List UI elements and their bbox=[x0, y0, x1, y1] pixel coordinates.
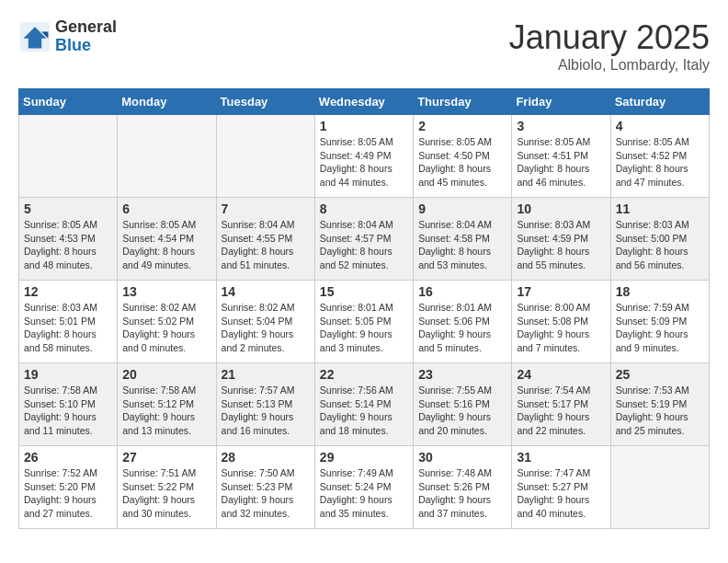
day-number: 5 bbox=[24, 201, 112, 216]
logo-general: General bbox=[55, 18, 117, 37]
title-block: January 2025 Albiolo, Lombardy, Italy bbox=[509, 18, 710, 74]
day-number: 26 bbox=[24, 450, 112, 465]
day-info: Sunrise: 7:59 AM Sunset: 5:09 PM Dayligh… bbox=[616, 301, 704, 355]
calendar-cell: 27Sunrise: 7:51 AM Sunset: 5:22 PM Dayli… bbox=[118, 446, 216, 529]
calendar-cell: 29Sunrise: 7:49 AM Sunset: 5:24 PM Dayli… bbox=[314, 446, 413, 529]
day-info: Sunrise: 8:01 AM Sunset: 5:05 PM Dayligh… bbox=[320, 301, 408, 355]
calendar-cell: 12Sunrise: 8:03 AM Sunset: 5:01 PM Dayli… bbox=[19, 281, 118, 363]
calendar-cell: 24Sunrise: 7:54 AM Sunset: 5:17 PM Dayli… bbox=[512, 363, 610, 446]
calendar-cell bbox=[610, 446, 709, 529]
calendar-week-row: 26Sunrise: 7:52 AM Sunset: 5:20 PM Dayli… bbox=[19, 446, 710, 529]
day-number: 18 bbox=[616, 284, 704, 299]
day-number: 20 bbox=[122, 367, 210, 382]
weekday-header-row: SundayMondayTuesdayWednesdayThursdayFrid… bbox=[19, 89, 710, 115]
logo-blue: Blue bbox=[55, 37, 117, 55]
calendar-cell: 13Sunrise: 8:02 AM Sunset: 5:02 PM Dayli… bbox=[118, 281, 216, 363]
calendar-cell: 23Sunrise: 7:55 AM Sunset: 5:16 PM Dayli… bbox=[414, 363, 512, 446]
day-number: 9 bbox=[418, 201, 506, 216]
day-info: Sunrise: 8:03 AM Sunset: 5:01 PM Dayligh… bbox=[24, 301, 112, 355]
weekday-header: Thursday bbox=[414, 89, 512, 115]
day-info: Sunrise: 7:53 AM Sunset: 5:19 PM Dayligh… bbox=[616, 384, 704, 438]
day-number: 12 bbox=[24, 284, 112, 299]
weekday-header: Monday bbox=[118, 89, 216, 115]
calendar-week-row: 5Sunrise: 8:05 AM Sunset: 4:53 PM Daylig… bbox=[19, 198, 710, 281]
day-number: 25 bbox=[616, 367, 704, 382]
calendar-cell: 22Sunrise: 7:56 AM Sunset: 5:14 PM Dayli… bbox=[314, 363, 413, 446]
calendar-cell: 5Sunrise: 8:05 AM Sunset: 4:53 PM Daylig… bbox=[19, 198, 118, 281]
day-number: 21 bbox=[222, 367, 310, 382]
day-number: 15 bbox=[320, 284, 408, 299]
calendar-cell: 4Sunrise: 8:05 AM Sunset: 4:52 PM Daylig… bbox=[610, 115, 709, 198]
weekday-header: Saturday bbox=[610, 89, 709, 115]
day-number: 11 bbox=[616, 201, 704, 216]
day-number: 29 bbox=[320, 450, 408, 465]
calendar-cell: 9Sunrise: 8:04 AM Sunset: 4:58 PM Daylig… bbox=[414, 198, 512, 281]
day-number: 24 bbox=[517, 367, 605, 382]
day-number: 14 bbox=[222, 284, 310, 299]
calendar-cell: 20Sunrise: 7:58 AM Sunset: 5:12 PM Dayli… bbox=[118, 363, 216, 446]
calendar-cell bbox=[118, 115, 216, 198]
day-number: 2 bbox=[418, 119, 506, 133]
day-info: Sunrise: 7:58 AM Sunset: 5:12 PM Dayligh… bbox=[122, 384, 210, 438]
day-number: 31 bbox=[517, 450, 605, 465]
day-number: 3 bbox=[517, 119, 605, 133]
day-info: Sunrise: 8:05 AM Sunset: 4:52 PM Dayligh… bbox=[616, 135, 704, 190]
day-info: Sunrise: 8:02 AM Sunset: 5:04 PM Dayligh… bbox=[222, 301, 310, 355]
calendar-week-row: 1Sunrise: 8:05 AM Sunset: 4:49 PM Daylig… bbox=[19, 115, 710, 198]
weekday-header: Tuesday bbox=[216, 89, 314, 115]
calendar-cell: 17Sunrise: 8:00 AM Sunset: 5:08 PM Dayli… bbox=[512, 281, 610, 363]
calendar-cell: 1Sunrise: 8:05 AM Sunset: 4:49 PM Daylig… bbox=[314, 115, 413, 198]
calendar-cell: 10Sunrise: 8:03 AM Sunset: 4:59 PM Dayli… bbox=[512, 198, 610, 281]
calendar-week-row: 19Sunrise: 7:58 AM Sunset: 5:10 PM Dayli… bbox=[19, 363, 710, 446]
calendar-cell: 11Sunrise: 8:03 AM Sunset: 5:00 PM Dayli… bbox=[610, 198, 709, 281]
calendar-cell: 18Sunrise: 7:59 AM Sunset: 5:09 PM Dayli… bbox=[610, 281, 709, 363]
day-number: 30 bbox=[418, 450, 506, 465]
day-info: Sunrise: 8:04 AM Sunset: 4:55 PM Dayligh… bbox=[222, 218, 310, 272]
calendar-cell: 26Sunrise: 7:52 AM Sunset: 5:20 PM Dayli… bbox=[19, 446, 118, 529]
calendar-cell: 15Sunrise: 8:01 AM Sunset: 5:05 PM Dayli… bbox=[314, 281, 413, 363]
calendar-cell: 25Sunrise: 7:53 AM Sunset: 5:19 PM Dayli… bbox=[610, 363, 709, 446]
weekday-header: Friday bbox=[512, 89, 610, 115]
day-info: Sunrise: 8:05 AM Sunset: 4:53 PM Dayligh… bbox=[24, 218, 112, 272]
calendar-cell: 8Sunrise: 8:04 AM Sunset: 4:57 PM Daylig… bbox=[314, 198, 413, 281]
calendar-cell: 21Sunrise: 7:57 AM Sunset: 5:13 PM Dayli… bbox=[216, 363, 314, 446]
day-number: 27 bbox=[122, 450, 210, 465]
day-info: Sunrise: 7:47 AM Sunset: 5:27 PM Dayligh… bbox=[517, 466, 605, 521]
calendar-cell: 3Sunrise: 8:05 AM Sunset: 4:51 PM Daylig… bbox=[512, 115, 610, 198]
day-number: 17 bbox=[517, 284, 605, 299]
day-number: 22 bbox=[320, 367, 408, 382]
day-info: Sunrise: 7:54 AM Sunset: 5:17 PM Dayligh… bbox=[517, 384, 605, 438]
calendar-cell: 31Sunrise: 7:47 AM Sunset: 5:27 PM Dayli… bbox=[512, 446, 610, 529]
day-info: Sunrise: 8:03 AM Sunset: 5:00 PM Dayligh… bbox=[616, 218, 704, 272]
calendar-cell: 7Sunrise: 8:04 AM Sunset: 4:55 PM Daylig… bbox=[216, 198, 314, 281]
day-info: Sunrise: 7:48 AM Sunset: 5:26 PM Dayligh… bbox=[418, 466, 506, 521]
weekday-header: Sunday bbox=[19, 89, 118, 115]
calendar-table: SundayMondayTuesdayWednesdayThursdayFrid… bbox=[18, 88, 710, 529]
day-number: 6 bbox=[122, 201, 210, 216]
day-number: 16 bbox=[418, 284, 506, 299]
day-info: Sunrise: 7:58 AM Sunset: 5:10 PM Dayligh… bbox=[24, 384, 112, 438]
day-info: Sunrise: 7:49 AM Sunset: 5:24 PM Dayligh… bbox=[320, 466, 408, 521]
day-info: Sunrise: 8:00 AM Sunset: 5:08 PM Dayligh… bbox=[517, 301, 605, 355]
logo: General Blue bbox=[18, 18, 117, 55]
day-info: Sunrise: 8:01 AM Sunset: 5:06 PM Dayligh… bbox=[418, 301, 506, 355]
day-info: Sunrise: 7:57 AM Sunset: 5:13 PM Dayligh… bbox=[222, 384, 310, 438]
day-number: 1 bbox=[320, 119, 408, 133]
calendar-cell: 19Sunrise: 7:58 AM Sunset: 5:10 PM Dayli… bbox=[19, 363, 118, 446]
day-info: Sunrise: 8:05 AM Sunset: 4:54 PM Dayligh… bbox=[122, 218, 210, 272]
calendar-cell: 2Sunrise: 8:05 AM Sunset: 4:50 PM Daylig… bbox=[414, 115, 512, 198]
calendar-cell: 14Sunrise: 8:02 AM Sunset: 5:04 PM Dayli… bbox=[216, 281, 314, 363]
calendar-cell bbox=[19, 115, 118, 198]
day-info: Sunrise: 8:03 AM Sunset: 4:59 PM Dayligh… bbox=[517, 218, 605, 272]
day-number: 23 bbox=[418, 367, 506, 382]
day-number: 4 bbox=[616, 119, 704, 133]
day-info: Sunrise: 8:04 AM Sunset: 4:58 PM Dayligh… bbox=[418, 218, 506, 272]
calendar-week-row: 12Sunrise: 8:03 AM Sunset: 5:01 PM Dayli… bbox=[19, 281, 710, 363]
logo-icon bbox=[18, 20, 51, 53]
day-info: Sunrise: 8:05 AM Sunset: 4:51 PM Dayligh… bbox=[517, 135, 605, 190]
weekday-header: Wednesday bbox=[314, 89, 413, 115]
day-info: Sunrise: 8:05 AM Sunset: 4:49 PM Dayligh… bbox=[320, 135, 408, 190]
calendar-cell: 30Sunrise: 7:48 AM Sunset: 5:26 PM Dayli… bbox=[414, 446, 512, 529]
day-info: Sunrise: 7:56 AM Sunset: 5:14 PM Dayligh… bbox=[320, 384, 408, 438]
day-number: 28 bbox=[222, 450, 310, 465]
